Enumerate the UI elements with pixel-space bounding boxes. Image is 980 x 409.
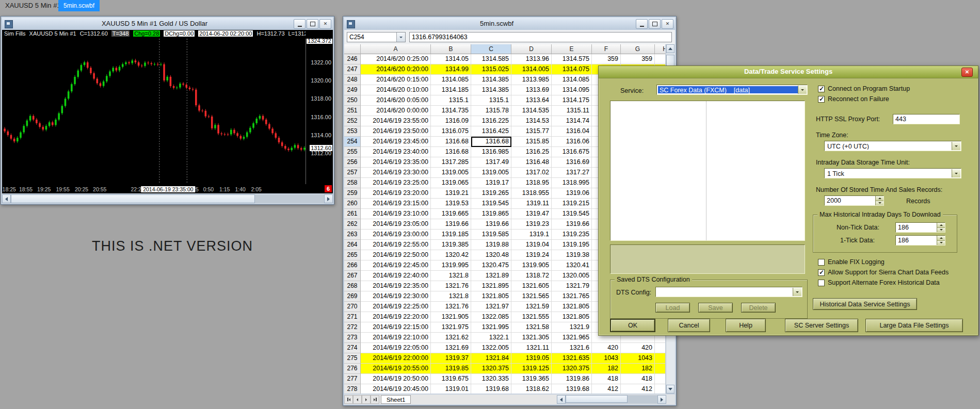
sheet-cell-C263[interactable]: 1319.585 [471,230,511,240]
column-header-G[interactable]: G [621,44,655,54]
sheet-cell-C256[interactable]: 1317.49 [471,157,511,168]
checkbox-support-alternate-forex-historical-data[interactable]: Support Alternate Forex Historical Data [818,279,949,287]
sheet-cell-D273[interactable]: 1321.305 [511,333,552,343]
sheet-cell-C273[interactable]: 1322.1 [471,333,511,343]
sheet-cell-D276[interactable]: 1319.125 [511,364,552,374]
sc-server-settings-button[interactable]: SC Server Settings [785,319,858,332]
sheet-cell-F277[interactable]: 418 [592,374,621,384]
checkbox-icon[interactable] [818,259,825,266]
sheet-cell-E258[interactable]: 1318.995 [552,178,592,188]
sheet-cell-B258[interactable]: 1319.065 [431,178,471,188]
row-header-263[interactable]: 263 [344,230,361,240]
proxy-port-input[interactable]: 443 [893,114,960,124]
row-header-247[interactable]: 247 [344,64,361,75]
column-header-C[interactable]: C [471,44,511,54]
column-header-H[interactable]: H [655,44,665,54]
sheet-cell-E268[interactable]: 1321.79 [552,281,592,291]
scroll-left-icon[interactable] [557,395,566,404]
row-header-252[interactable]: 252 [344,116,361,126]
sheet-cell-B273[interactable]: 1321.62 [431,333,471,343]
sheet-cell-F276[interactable]: 182 [592,364,621,374]
sheet-cell-G274[interactable]: 420 [621,343,655,353]
sheet-cell-B260[interactable]: 1319.53 [431,199,471,209]
historical-data-service-settings-button[interactable]: Historical Data Service Settings [813,298,917,310]
sheet-cell-A255[interactable]: 2014/6/19 23:40:00 [361,147,431,157]
sheet-cell-B248[interactable]: 1314.085 [431,75,471,85]
sheet-cell-F278[interactable]: 412 [592,384,621,394]
sheet-cell-E278[interactable]: 1319.68 [552,384,592,394]
sheet-cell-A269[interactable]: 2014/6/19 22:30:00 [361,291,431,302]
sheet-cell-D253[interactable]: 1315.77 [511,126,552,137]
row-header-265[interactable]: 265 [344,250,361,260]
sheet-cell-D259[interactable]: 1318.955 [511,188,552,199]
sheet-cell-A256[interactable]: 2014/6/19 23:35:00 [361,157,431,168]
price-scale[interactable]: 1322.001320.001318.001316.001314.001312.… [306,39,333,184]
corner-cell[interactable] [344,44,361,54]
sheet-cell-A278[interactable]: 2014/6/19 20:45:00 [361,384,431,394]
chart-area[interactable]: Sim FillsXAUUSD 5 Min #1C=1312.60T=348Ch… [2,30,333,193]
close-icon[interactable] [319,19,331,29]
spinner-down-icon[interactable] [876,201,883,206]
sheet-cell-H274[interactable] [655,343,665,353]
row-header-268[interactable]: 268 [344,281,361,291]
sheet-cell-C261[interactable]: 1319.865 [471,209,511,219]
sheet-cell-C248[interactable]: 1314.385 [471,75,511,85]
sheet-cell-E271[interactable]: 1321.805 [552,312,592,322]
sheet-cell-E246[interactable]: 1314.575 [552,54,592,64]
sheet-cell-B249[interactable]: 1314.185 [431,85,471,95]
sheet-cell-E261[interactable]: 1319.545 [552,209,592,219]
sheet-cell-E270[interactable]: 1321.805 [552,302,592,312]
sheet-cell-B268[interactable]: 1321.76 [431,281,471,291]
large-data-file-settings-button[interactable]: Large Data File Settings [865,319,963,332]
sheet-cell-C278[interactable]: 1319.68 [471,384,511,394]
sheet-hscrollbar[interactable] [557,395,666,404]
row-header-269[interactable]: 269 [344,291,361,302]
sheet-cell-A266[interactable]: 2014/6/19 22:45:00 [361,260,431,271]
checkbox-reconnect-on-failure[interactable]: Reconnect on Failure [818,95,910,103]
sheet-cell-E253[interactable]: 1316.04 [552,126,592,137]
sheet-cell-G276[interactable]: 182 [621,364,655,374]
sheet-cell-A276[interactable]: 2014/6/19 20:55:00 [361,364,431,374]
minimize-icon[interactable] [636,19,648,29]
sheet-cell-D254[interactable]: 1315.85 [511,137,552,147]
sheet-cell-G275[interactable]: 1043 [621,353,655,364]
sheet-cell-E265[interactable]: 1319.38 [552,250,592,260]
scroll-right-icon[interactable] [324,194,333,203]
sheet-cell-D268[interactable]: 1321.605 [511,281,552,291]
sheet-cell-C269[interactable]: 1321.805 [471,291,511,302]
last-sheet-icon[interactable] [371,395,379,404]
sheet-cell-E250[interactable]: 1314.175 [552,95,592,106]
formula-input[interactable]: 1316.67993164063 [409,32,672,42]
sheet-cell-A254[interactable]: 2014/6/19 23:45:00 [361,137,431,147]
sheet-cell-G277[interactable]: 418 [621,374,655,384]
row-header-271[interactable]: 271 [344,312,361,322]
sheet-cell-B267[interactable]: 1321.8 [431,271,471,281]
restore-icon[interactable] [307,19,318,29]
row-header-278[interactable]: 278 [344,384,361,394]
sheet-cell-C264[interactable]: 1319.88 [471,240,511,250]
sheet-cell-H278[interactable] [655,384,665,394]
sheet-cell-E263[interactable]: 1319.235 [552,230,592,240]
cancel-button[interactable]: Cancel [668,319,710,332]
row-header-250[interactable]: 250 [344,95,361,106]
sheet-cell-A268[interactable]: 2014/6/19 22:35:00 [361,281,431,291]
sheet-cell-E252[interactable]: 1314.74 [552,116,592,126]
column-header-D[interactable]: D [511,44,552,54]
chevron-down-icon[interactable] [793,288,801,296]
delete-button[interactable]: Delete [741,303,776,313]
sheet-cell-B251[interactable]: 1314.735 [431,106,471,116]
sheet-cell-C249[interactable]: 1314.385 [471,85,511,95]
sheet-cell-B265[interactable]: 1320.42 [431,250,471,260]
sheet-cell-C258[interactable]: 1319.17 [471,178,511,188]
sheet-cell-D262[interactable]: 1319.23 [511,219,552,230]
sheet-cell-E249[interactable]: 1314.095 [552,85,592,95]
sheet-cell-G246[interactable]: 359 [621,54,655,64]
sheet-cell-A267[interactable]: 2014/6/19 22:40:00 [361,271,431,281]
sheet-cell-A253[interactable]: 2014/6/19 23:50:00 [361,126,431,137]
sheet-cell-F275[interactable]: 1043 [592,353,621,364]
sheet-cell-E248[interactable]: 1314.085 [552,75,592,85]
sheet-cell-D250[interactable]: 1313.64 [511,95,552,106]
row-header-257[interactable]: 257 [344,168,361,178]
prev-sheet-icon[interactable] [353,395,362,404]
dts-config-dropdown[interactable] [655,287,802,297]
